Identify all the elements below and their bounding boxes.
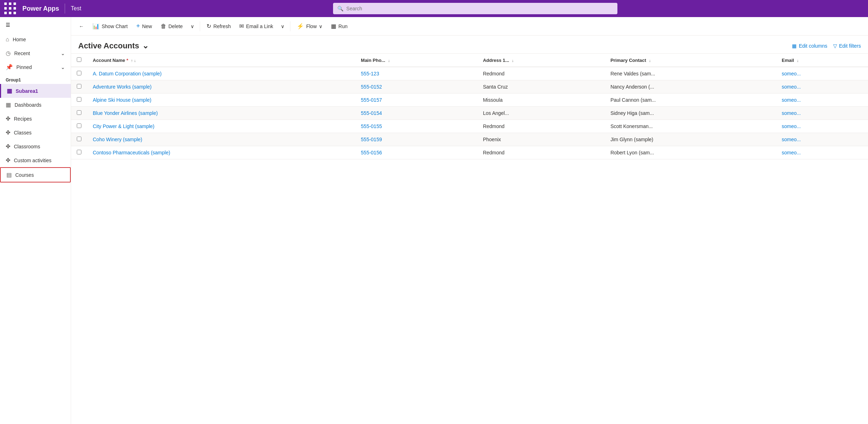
refresh-button[interactable]: ↻ Refresh	[203, 21, 234, 32]
edit-columns-button[interactable]: ▦ Edit columns	[792, 43, 827, 49]
edit-filters-button[interactable]: ▽ Edit filters	[833, 43, 861, 49]
account-name-cell[interactable]: Coho Winery (sample)	[87, 133, 355, 146]
hamburger-menu[interactable]: ☰	[0, 17, 71, 33]
row-checkbox[interactable]	[71, 146, 87, 159]
delete-dropdown-button[interactable]: ∨	[188, 21, 197, 31]
email-cell: someo...	[776, 133, 868, 146]
new-plus-icon: +	[136, 22, 140, 30]
classrooms-icon: ✤	[6, 143, 10, 150]
toolbar-divider-1	[200, 21, 200, 31]
email-cell: someo...	[776, 107, 868, 120]
row-select-checkbox[interactable]	[77, 97, 81, 102]
sort-icon[interactable]: ↓	[512, 58, 514, 63]
row-checkbox[interactable]	[71, 133, 87, 146]
search-input[interactable]	[346, 6, 613, 11]
sidebar-item-pinned[interactable]: 📌 Pinned ⌄	[0, 60, 71, 74]
table-header-row: Account Name * ↑ ↓ Main Pho... ↓ Address…	[71, 54, 868, 67]
row-select-checkbox[interactable]	[77, 84, 81, 89]
back-arrow-icon: ←	[79, 23, 84, 29]
main-phone-cell: 555-0159	[355, 133, 477, 146]
email-dropdown-button[interactable]: ∨	[278, 21, 287, 31]
sidebar-item-custom-activities[interactable]: ✤ Custom activities	[0, 153, 71, 167]
sort-icon[interactable]: ↓	[388, 58, 390, 63]
email-link-button[interactable]: ✉ Email a Link	[236, 21, 277, 32]
sidebar-item-label: Dashboards	[15, 102, 42, 108]
table-row: Alpine Ski House (sample) 555-0157 Misso…	[71, 94, 868, 107]
sidebar-item-label: Classes	[14, 130, 32, 136]
main-phone-cell: 555-0155	[355, 120, 477, 133]
back-button[interactable]: ←	[75, 21, 87, 31]
col-header-primary-contact[interactable]: Primary Contact ↓	[605, 54, 776, 67]
select-all-checkbox[interactable]	[77, 57, 81, 62]
address-cell: Phoenix	[477, 133, 605, 146]
view-title[interactable]: Active Accounts ⌄	[78, 41, 149, 51]
account-name-cell[interactable]: A. Datum Corporation (sample)	[87, 67, 355, 80]
account-name-link[interactable]: Adventure Works (sample)	[93, 84, 151, 90]
table-row: A. Datum Corporation (sample) 555-123 Re…	[71, 67, 868, 80]
sidebar-item-courses[interactable]: ▤ Courses	[0, 167, 71, 182]
row-select-checkbox[interactable]	[77, 110, 81, 115]
power-apps-label: Power Apps	[22, 5, 59, 12]
col-header-email[interactable]: Email ↓	[776, 54, 868, 67]
row-select-checkbox[interactable]	[77, 71, 81, 75]
app-logo: Power Apps	[22, 5, 59, 12]
sort-icon[interactable]: ↑ ↓	[131, 58, 136, 63]
row-checkbox[interactable]	[71, 67, 87, 80]
show-chart-icon: 📊	[92, 23, 100, 30]
search-bar[interactable]: 🔍	[333, 3, 617, 14]
search-icon: 🔍	[337, 6, 343, 11]
account-name-cell[interactable]: Adventure Works (sample)	[87, 80, 355, 94]
filter-icon: ▽	[833, 43, 837, 49]
col-header-address[interactable]: Address 1... ↓	[477, 54, 605, 67]
subarea-icon: ▦	[7, 88, 12, 94]
toolbar-divider-2	[290, 21, 290, 31]
sidebar-item-recent[interactable]: ◷ Recent ⌄	[0, 46, 71, 60]
checkbox-header[interactable]	[71, 54, 87, 67]
recipes-icon: ✤	[6, 115, 10, 122]
show-chart-button[interactable]: 📊 Show Chart	[89, 21, 131, 32]
sidebar-item-label: Pinned	[16, 64, 32, 70]
row-checkbox[interactable]	[71, 120, 87, 133]
delete-button[interactable]: 🗑 Delete	[157, 21, 186, 32]
row-select-checkbox[interactable]	[77, 137, 81, 141]
custom-activities-icon: ✤	[6, 157, 10, 164]
table-row: City Power & Light (sample) 555-0155 Red…	[71, 120, 868, 133]
col-header-main-phone[interactable]: Main Pho... ↓	[355, 54, 477, 67]
flow-button[interactable]: ⚡ Flow ∨	[293, 21, 326, 32]
row-checkbox[interactable]	[71, 80, 87, 94]
account-name-link[interactable]: City Power & Light (sample)	[93, 123, 155, 129]
account-name-link[interactable]: Coho Winery (sample)	[93, 137, 142, 142]
sort-icon[interactable]: ↓	[797, 58, 799, 63]
sidebar-item-home[interactable]: ⌂ Home	[0, 33, 71, 46]
row-checkbox[interactable]	[71, 107, 87, 120]
sidebar-item-classes[interactable]: ✤ Classes	[0, 126, 71, 139]
account-name-cell[interactable]: Blue Yonder Airlines (sample)	[87, 107, 355, 120]
run-button[interactable]: ▦ Run	[327, 21, 351, 32]
delete-icon: 🗑	[161, 23, 166, 30]
table-row: Coho Winery (sample) 555-0159 Phoenix Ji…	[71, 133, 868, 146]
address-cell: Los Angel...	[477, 107, 605, 120]
account-name-link[interactable]: Alpine Ski House (sample)	[93, 97, 151, 103]
sidebar-item-label: Home	[13, 37, 26, 42]
account-name-link[interactable]: A. Datum Corporation (sample)	[93, 71, 162, 76]
sidebar-item-subarea1[interactable]: ▦ Subarea1	[0, 84, 71, 98]
run-icon: ▦	[331, 23, 336, 30]
table-row: Adventure Works (sample) 555-0152 Santa …	[71, 80, 868, 94]
account-name-cell[interactable]: Contoso Pharmaceuticals (sample)	[87, 146, 355, 159]
address-cell: Redmond	[477, 120, 605, 133]
account-name-cell[interactable]: City Power & Light (sample)	[87, 120, 355, 133]
sidebar-item-classrooms[interactable]: ✤ Classrooms	[0, 139, 71, 153]
sort-icon[interactable]: ↓	[649, 58, 651, 63]
app-launcher-button[interactable]	[4, 2, 17, 15]
sidebar-item-dashboards[interactable]: ▦ Dashboards	[0, 98, 71, 112]
row-checkbox[interactable]	[71, 94, 87, 107]
classes-icon: ✤	[6, 129, 10, 136]
account-name-link[interactable]: Contoso Pharmaceuticals (sample)	[93, 150, 170, 155]
row-select-checkbox[interactable]	[77, 123, 81, 128]
sidebar-item-recipes[interactable]: ✤ Recipes	[0, 112, 71, 126]
account-name-cell[interactable]: Alpine Ski House (sample)	[87, 94, 355, 107]
col-header-account-name[interactable]: Account Name * ↑ ↓	[87, 54, 355, 67]
account-name-link[interactable]: Blue Yonder Airlines (sample)	[93, 110, 158, 116]
new-button[interactable]: + New	[133, 20, 156, 32]
row-select-checkbox[interactable]	[77, 150, 81, 154]
